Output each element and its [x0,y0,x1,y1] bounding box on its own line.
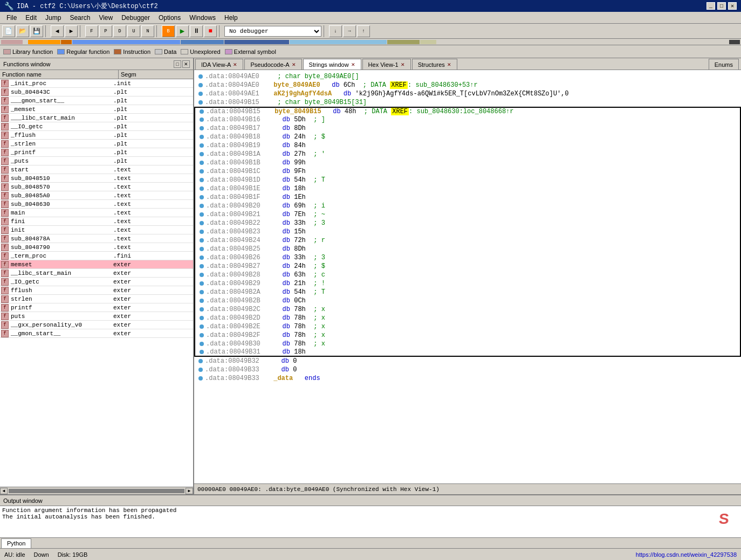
tab-hex-view[interactable]: Hex View-1 ✕ [362,59,411,70]
tab-structures[interactable]: Structures ✕ [412,59,457,70]
minimize-btn[interactable]: _ [706,2,715,10]
menu-debugger[interactable]: Debugger [117,13,154,23]
code-line[interactable]: .data:08049B29 db 21h ; ! [194,279,741,288]
tool2[interactable]: P [99,25,112,37]
function-row[interactable]: f memset exter [0,260,193,269]
code-line[interactable]: .data:08049B2E db 78h ; x [194,322,741,331]
code-line[interactable]: .data:08049B16 db 5Dh ; ] [194,115,741,124]
function-row[interactable]: f __gxx_personality_v0 exter [0,321,193,329]
function-row[interactable]: f _IO_getc exter [0,278,193,286]
code-line[interactable]: .data:08049B33 _data ends [194,374,741,383]
code-line[interactable]: .data:08049B20 db 69h ; i [194,202,741,210]
function-row[interactable]: f start .text [0,165,193,174]
function-row[interactable]: f fflush exter [0,286,193,295]
code-line[interactable]: .data:08049B28 db 63h ; c [194,271,741,279]
code-line[interactable]: .data:08049B2C db 78h ; x [194,305,741,314]
tab-strings-close[interactable]: ✕ [351,62,355,67]
function-row[interactable]: f __gmon_start__ exter [0,329,193,338]
function-row[interactable]: f sub_804843C .plt [0,88,193,96]
tool5[interactable]: N [141,25,154,37]
code-line[interactable]: .data:08049B2A db 54h ; T [194,288,741,296]
breakpoint-btn[interactable]: B [162,25,175,37]
code-line[interactable]: .data:08049B15 ; char byte_8049B15[31] [194,98,741,107]
hscroll[interactable]: ◀ ▶ [0,487,193,494]
function-row[interactable]: f init .text [0,226,193,234]
function-row[interactable]: f sub_8048790 .text [0,243,193,252]
function-row[interactable]: f sub_8048570 .text [0,183,193,191]
code-line[interactable]: .data:08049AE0 ; char byte_8049AE0[] [194,72,741,81]
stop-btn[interactable]: ■ [204,25,217,37]
menu-search[interactable]: Search [65,13,94,23]
run-btn[interactable]: ▶ [176,25,189,37]
code-line[interactable]: .data:08049B2B db 0Ch [194,296,741,305]
function-row[interactable]: f _fflush .plt [0,131,193,140]
function-row[interactable]: f _strlen .plt [0,140,193,148]
menu-options[interactable]: Options [154,13,185,23]
code-line[interactable]: .data:08049B1E db 18h [194,184,741,193]
code-line[interactable]: .data:08049B1D db 54h ; T [194,176,741,184]
code-line[interactable]: .data:08049B21 db 7Eh ; ~ [194,210,741,219]
code-line[interactable]: .data:08049B27 db 24h ; $ [194,262,741,271]
code-line[interactable]: .data:08049B2D db 78h ; x [194,314,741,322]
code-line[interactable]: .data:08049B2F db 78h ; x [194,331,741,340]
close-btn[interactable]: ✕ [728,2,737,10]
tab-ida-view-close[interactable]: ✕ [233,62,237,67]
hscroll-left[interactable]: ◀ [0,488,8,494]
menu-windows[interactable]: Windows [185,13,220,23]
function-row[interactable]: f _term_proc .fini [0,252,193,260]
tab-ida-view[interactable]: IDA View-A ✕ [195,59,243,70]
code-line[interactable]: .data:08049B30 db 78h ; x [194,340,741,348]
function-row[interactable]: f _printf .plt [0,148,193,157]
tab-strings[interactable]: Strings window ✕ [303,59,361,70]
code-line[interactable]: .data:08049B1F db 1Eh [194,193,741,202]
function-row[interactable]: f printf exter [0,303,193,312]
new-btn[interactable]: 📄 [2,25,15,37]
fwd-btn[interactable]: ▶ [65,25,78,37]
panel-float-btn[interactable]: □ [174,60,181,68]
tab-pseudocode-close[interactable]: ✕ [292,62,296,67]
func-btn[interactable]: F [85,25,98,37]
tab-structures-close[interactable]: ✕ [447,62,451,67]
menu-help[interactable]: Help [220,13,242,23]
function-row[interactable]: f ___gmon_start__ .plt [0,96,193,105]
tool4[interactable]: U [127,25,140,37]
code-line[interactable]: .data:08049B22 db 33h ; 3 [194,219,741,227]
panel-close-btn[interactable]: ✕ [182,60,190,68]
code-line[interactable]: .data:08049B1B db 99h [194,158,741,167]
function-row[interactable]: f main .text [0,209,193,217]
code-line[interactable]: .data:08049B1C db 9Fh [194,167,741,176]
code-line[interactable]: .data:08049B1A db 27h ; ' [194,150,741,158]
maximize-btn[interactable]: □ [717,2,726,10]
back-btn[interactable]: ◀ [51,25,64,37]
hscroll-track[interactable] [9,489,184,493]
function-row[interactable]: f _init_proc .init [0,79,193,88]
function-row[interactable]: f ___libc_start_main .plt [0,114,193,122]
function-row[interactable]: f sub_804878A .text [0,234,193,243]
open-btn[interactable]: 📂 [16,25,29,37]
menu-edit[interactable]: Edit [21,13,41,23]
hscroll-right[interactable]: ▶ [186,488,193,494]
menu-view[interactable]: View [94,13,117,23]
code-line[interactable]: .data:08049B17 db 8Dh [194,124,741,133]
step-into[interactable]: ↓ [329,25,342,37]
code-line[interactable]: .data:08049B26 db 33h ; 3 [194,253,741,262]
pause-btn[interactable]: ⏸ [190,25,203,37]
function-row[interactable]: f __IO_getc .plt [0,122,193,131]
tool3[interactable]: D [113,25,126,37]
function-row[interactable]: f strlen exter [0,295,193,303]
code-line[interactable]: .data:08049B31 db 18h [194,348,741,357]
code-line[interactable]: .data:08049B19 db 84h [194,141,741,150]
code-line[interactable]: .data:08049B33 db 0 [194,365,741,374]
function-row[interactable]: f sub_8048630 .text [0,200,193,209]
function-row[interactable]: f sub_8048510 .text [0,174,193,183]
menu-file[interactable]: File [2,13,21,23]
function-row[interactable]: f _memset .plt [0,105,193,114]
output-content[interactable]: Function argument information has been p… [0,506,741,537]
function-row[interactable]: f puts exter [0,312,193,321]
function-row[interactable]: f fini .text [0,217,193,226]
code-line[interactable]: .data:08049B18 db 24h ; $ [194,133,741,141]
code-line[interactable]: .data:08049AE1 aK2j9ghAgfY4dsA db 'k2j9G… [194,89,741,98]
menu-jump[interactable]: Jump [41,13,65,23]
code-line[interactable]: .data:08049B25 db 8Dh [194,245,741,253]
code-line[interactable]: .data:08049B24 db 72h ; r [194,236,741,245]
